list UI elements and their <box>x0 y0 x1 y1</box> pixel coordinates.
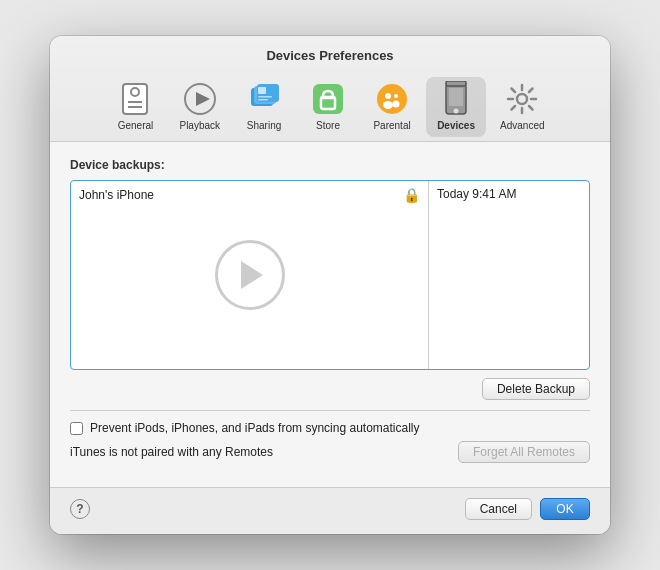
tab-playback-label: Playback <box>179 120 220 131</box>
divider <box>70 410 590 411</box>
svg-line-29 <box>529 106 533 110</box>
svg-marker-5 <box>196 92 210 106</box>
prevent-sync-row: Prevent iPods, iPhones, and iPads from s… <box>70 421 590 435</box>
svg-point-15 <box>385 93 391 99</box>
backup-timestamp: Today 9:41 AM <box>437 187 581 201</box>
tab-sharing[interactable]: Sharing <box>234 77 294 137</box>
help-button[interactable]: ? <box>70 499 90 519</box>
svg-point-14 <box>377 84 407 114</box>
lock-icon: 🔒 <box>403 187 420 203</box>
svg-rect-11 <box>258 99 268 101</box>
backup-devices-col: John's iPhone 🔒 <box>71 181 429 369</box>
dialog-title: Devices Preferences <box>266 48 393 63</box>
options-section: Prevent iPods, iPhones, and iPads from s… <box>70 421 590 471</box>
svg-rect-22 <box>449 88 463 106</box>
devices-icon <box>438 81 474 117</box>
section-label: Device backups: <box>70 158 590 172</box>
tab-store[interactable]: Store <box>298 77 358 137</box>
cancel-button[interactable]: Cancel <box>465 498 532 520</box>
tab-playback[interactable]: Playback <box>169 77 230 137</box>
backup-row: John's iPhone 🔒 <box>79 187 420 203</box>
svg-rect-20 <box>446 81 466 86</box>
tab-sharing-label: Sharing <box>247 120 281 131</box>
backup-device-name: John's iPhone <box>79 188 154 202</box>
svg-line-30 <box>529 89 533 93</box>
tab-general-label: General <box>118 120 154 131</box>
main-content: Device backups: John's iPhone 🔒 Today 9:… <box>50 142 610 487</box>
svg-point-16 <box>394 94 398 98</box>
playback-icon <box>182 81 218 117</box>
svg-rect-10 <box>258 96 272 98</box>
toolbar: General Playback <box>105 73 554 141</box>
bottom-bar: ? Cancel OK <box>50 487 610 534</box>
delete-backup-button[interactable]: Delete Backup <box>482 378 590 400</box>
tab-advanced-label: Advanced <box>500 120 544 131</box>
tab-advanced[interactable]: Advanced <box>490 77 554 137</box>
parental-icon <box>374 81 410 117</box>
store-icon <box>310 81 346 117</box>
title-bar: Devices Preferences General <box>50 36 610 142</box>
tab-store-label: Store <box>316 120 340 131</box>
svg-point-21 <box>454 109 459 114</box>
svg-point-18 <box>393 101 400 108</box>
advanced-icon <box>504 81 540 117</box>
tab-parental[interactable]: Parental <box>362 77 422 137</box>
backup-timestamps-col: Today 9:41 AM <box>429 181 589 369</box>
tab-devices-label: Devices <box>437 120 475 131</box>
tab-general[interactable]: General <box>105 77 165 137</box>
play-watermark <box>215 240 285 310</box>
general-icon <box>117 81 153 117</box>
bottom-buttons: Cancel OK <box>465 498 590 520</box>
backup-table: John's iPhone 🔒 Today 9:41 AM <box>70 180 590 370</box>
svg-line-28 <box>512 89 516 93</box>
ok-button[interactable]: OK <box>540 498 590 520</box>
sharing-icon <box>246 81 282 117</box>
remotes-status-label: iTunes is not paired with any Remotes <box>70 445 273 459</box>
tab-parental-label: Parental <box>373 120 410 131</box>
prevent-sync-label: Prevent iPods, iPhones, and iPads from s… <box>90 421 420 435</box>
svg-line-31 <box>512 106 516 110</box>
remotes-row: iTunes is not paired with any Remotes Fo… <box>70 441 590 463</box>
preferences-dialog: Devices Preferences General <box>50 36 610 534</box>
forget-remotes-button[interactable]: Forget All Remotes <box>458 441 590 463</box>
svg-rect-9 <box>258 87 266 94</box>
svg-point-23 <box>517 94 527 104</box>
prevent-sync-checkbox[interactable] <box>70 422 83 435</box>
delete-backup-row: Delete Backup <box>70 378 590 400</box>
tab-devices[interactable]: Devices <box>426 77 486 137</box>
svg-point-17 <box>383 101 393 109</box>
